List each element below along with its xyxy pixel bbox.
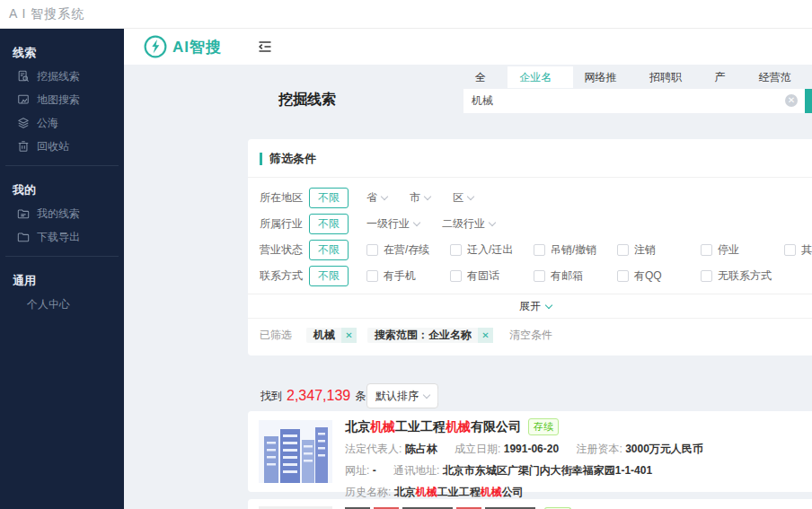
checkbox-option[interactable]: 有邮箱 bbox=[534, 268, 617, 284]
sidebar-item-download-export[interactable]: 下载导出 bbox=[0, 225, 124, 249]
expand-filters-button[interactable]: 展开 bbox=[248, 294, 812, 318]
chevron-down-icon bbox=[489, 219, 496, 226]
window-title: A I 智搜系统 bbox=[9, 6, 84, 22]
content-area: 全部 企业名称 网络推广 招聘职位 产品 经营范围 挖掘线索 ✕ 筛选条件 所在… bbox=[124, 65, 812, 509]
chevron-down-icon bbox=[423, 391, 430, 398]
province-dropdown[interactable]: 省 bbox=[366, 190, 387, 206]
menu-fold-icon[interactable] bbox=[256, 38, 274, 56]
remove-tag-icon[interactable]: ✕ bbox=[478, 328, 493, 343]
search-scope-tabs: 全部 企业名称 网络推广 招聘职位 产品 经营范围 bbox=[463, 66, 812, 88]
sidebar-item-map-search[interactable]: 地图搜索 bbox=[0, 88, 124, 111]
filter-label: 营业状态 bbox=[260, 242, 303, 258]
industry-l1-dropdown[interactable]: 一级行业 bbox=[366, 216, 419, 232]
checkbox[interactable] bbox=[617, 270, 629, 282]
mine-leads-icon bbox=[17, 70, 30, 83]
recycle-bin-icon bbox=[17, 140, 30, 153]
sort-dropdown[interactable]: 默认排序 bbox=[366, 383, 438, 408]
checkbox-option[interactable]: 在营/存续 bbox=[366, 242, 450, 258]
clear-search-icon[interactable]: ✕ bbox=[785, 94, 798, 107]
tab-job-postings[interactable]: 招聘职位 bbox=[638, 66, 702, 88]
filter-label: 所在地区 bbox=[260, 190, 303, 206]
checkbox[interactable] bbox=[617, 244, 629, 256]
tab-business-scope[interactable]: 经营范围 bbox=[747, 66, 812, 88]
checkbox-option[interactable]: 有固话 bbox=[450, 268, 534, 284]
result-card-partial[interactable] bbox=[248, 499, 812, 509]
download-folder-icon bbox=[17, 231, 30, 243]
filter-row-business-status: 营业状态 不限 在营/存续 迁入/迁出 吊销/撤销 注销 停业 其他 bbox=[248, 237, 812, 263]
sidebar-item-recycle-bin[interactable]: 回收站 bbox=[0, 135, 124, 158]
filter-tag-keyword: 机械 ✕ bbox=[306, 328, 357, 343]
sidebar-item-personal-center[interactable]: 个人中心 bbox=[0, 293, 124, 316]
filter-panel-header: 筛选条件 bbox=[248, 139, 812, 177]
keyword-highlight: 机械 bbox=[416, 486, 437, 498]
sidebar-item-public-pool[interactable]: 公海 bbox=[0, 111, 124, 135]
search-button[interactable] bbox=[805, 89, 812, 113]
filter-tag-scope: 搜索范围：企业名称 ✕ bbox=[367, 328, 493, 343]
checkbox-option[interactable]: 无联系方式 bbox=[701, 268, 784, 284]
search-input[interactable] bbox=[463, 89, 805, 113]
accent-bar bbox=[260, 153, 262, 165]
checkbox-option[interactable]: 注销 bbox=[617, 242, 701, 258]
unlimited-button[interactable]: 不限 bbox=[309, 188, 349, 208]
sidebar-item-label: 下载导出 bbox=[37, 230, 80, 245]
chevron-down-icon bbox=[424, 193, 431, 200]
filter-row-region: 所在地区 不限 省 市 区 bbox=[248, 185, 812, 211]
search-box: ✕ bbox=[463, 89, 805, 113]
remove-tag-icon[interactable]: ✕ bbox=[341, 328, 357, 343]
sidebar-divider bbox=[5, 165, 119, 166]
filter-panel: 筛选条件 所在地区 不限 省 市 区 所属行业 不限 一级行业 二级行业 营业状… bbox=[248, 139, 812, 355]
tab-company-name[interactable]: 企业名称 bbox=[508, 66, 572, 88]
sidebar-item-label: 我的线索 bbox=[37, 206, 80, 222]
checkbox[interactable] bbox=[534, 244, 545, 256]
chevron-down-icon bbox=[413, 219, 420, 226]
checkbox-option[interactable]: 停业 bbox=[701, 242, 784, 258]
keyword-highlight: 机械 bbox=[481, 486, 502, 498]
unlimited-button[interactable]: 不限 bbox=[309, 240, 349, 260]
result-meta-line: 法定代表人: 陈占林 成立日期: 1991-06-20 注册资本: 3000万元… bbox=[345, 442, 812, 457]
unlimited-button[interactable]: 不限 bbox=[309, 266, 349, 286]
count-suffix: 条 bbox=[355, 389, 366, 404]
checkbox-option[interactable]: 其他 bbox=[784, 242, 812, 258]
tab-web-promo[interactable]: 网络推广 bbox=[573, 66, 638, 88]
checkbox[interactable] bbox=[701, 244, 712, 256]
sidebar-section-general: 通用 bbox=[13, 273, 124, 289]
sidebar-item-label: 公海 bbox=[37, 116, 58, 131]
selected-filters-label: 已筛选 bbox=[260, 328, 292, 343]
sidebar-item-label: 挖掘线索 bbox=[37, 69, 80, 84]
checkbox[interactable] bbox=[701, 270, 712, 282]
result-body: 北京机械工业工程机械有限公司 存续 法定代表人: 陈占林 成立日期: 1991-… bbox=[345, 418, 812, 500]
result-count: 2,347,139 bbox=[287, 388, 350, 404]
chevron-down-icon bbox=[467, 193, 474, 200]
filter-panel-title: 筛选条件 bbox=[269, 151, 316, 167]
checkbox[interactable] bbox=[534, 270, 545, 282]
checkbox-option[interactable]: 有手机 bbox=[366, 268, 450, 284]
toolbar-divider bbox=[437, 389, 438, 403]
checkbox[interactable] bbox=[450, 244, 462, 256]
logo-text: AI智搜 bbox=[172, 37, 222, 57]
checkbox[interactable] bbox=[784, 244, 796, 256]
app-logo: AI智搜 bbox=[144, 35, 222, 58]
buildings-image bbox=[259, 420, 332, 483]
logo-bolt-icon bbox=[144, 35, 167, 58]
tab-products[interactable]: 产品 bbox=[702, 66, 746, 88]
company-name[interactable]: 北京机械工业工程机械有限公司 存续 bbox=[345, 418, 812, 435]
district-dropdown[interactable]: 区 bbox=[453, 190, 473, 206]
city-dropdown[interactable]: 市 bbox=[410, 190, 430, 206]
checkbox-option[interactable]: 有QQ bbox=[617, 268, 701, 284]
checkbox-option[interactable]: 迁入/迁出 bbox=[450, 242, 534, 258]
tab-all[interactable]: 全部 bbox=[463, 66, 508, 88]
sidebar-item-label: 个人中心 bbox=[27, 297, 70, 312]
sidebar-item-mine-leads[interactable]: 挖掘线索 bbox=[0, 65, 124, 88]
unlimited-button[interactable]: 不限 bbox=[309, 214, 349, 234]
checkbox[interactable] bbox=[450, 270, 462, 282]
checkbox-option[interactable]: 吊销/撤销 bbox=[534, 242, 617, 258]
window-titlebar: A I 智搜系统 bbox=[0, 0, 812, 29]
count-prefix: 找到 bbox=[260, 389, 282, 404]
checkbox[interactable] bbox=[366, 244, 378, 256]
sidebar-item-my-leads[interactable]: 我的线索 bbox=[0, 202, 124, 225]
checkbox[interactable] bbox=[366, 270, 378, 282]
industry-l2-dropdown[interactable]: 二级行业 bbox=[442, 216, 495, 232]
clear-filters-link[interactable]: 清空条件 bbox=[509, 328, 552, 343]
filter-label: 所属行业 bbox=[260, 216, 303, 232]
result-card[interactable]: 北京机械工业工程机械有限公司 存续 法定代表人: 陈占林 成立日期: 1991-… bbox=[248, 411, 812, 492]
